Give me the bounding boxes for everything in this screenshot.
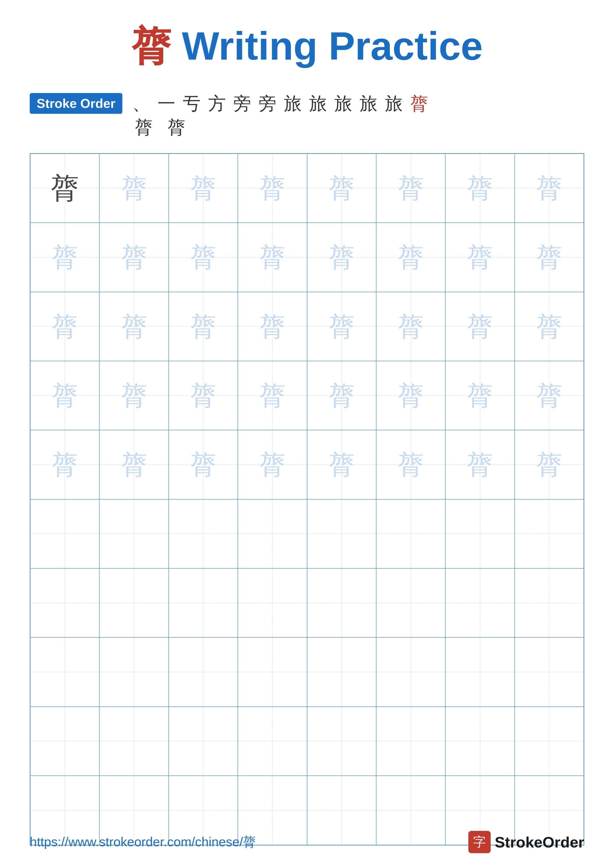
practice-char-ghost: 膂 xyxy=(259,451,285,477)
footer-logo: 字 StrokeOrder xyxy=(468,831,584,853)
grid-cell-r3c6[interactable]: 膂 xyxy=(376,292,445,361)
grid-cell-r7c6[interactable] xyxy=(376,568,445,637)
grid-cell-r7c8[interactable] xyxy=(515,568,584,637)
practice-char-ghost: 膂 xyxy=(329,383,355,409)
grid-cell-r3c5[interactable]: 膂 xyxy=(307,292,376,361)
grid-cell-r3c8[interactable]: 膂 xyxy=(515,292,584,361)
grid-cell-r8c7[interactable] xyxy=(445,637,515,707)
grid-cell-r9c1[interactable] xyxy=(30,707,99,776)
grid-cell-r5c6[interactable]: 膂 xyxy=(376,430,445,499)
grid-cell-r9c6[interactable] xyxy=(376,707,445,776)
grid-cell-r3c3[interactable]: 膂 xyxy=(169,292,238,361)
grid-cell-r2c1[interactable]: 膂 xyxy=(30,223,99,292)
grid-cell-r8c3[interactable] xyxy=(169,637,238,707)
stroke-3: 亐 xyxy=(183,93,201,114)
grid-cell-r9c7[interactable] xyxy=(445,707,515,776)
practice-char-ghost: 膂 xyxy=(329,175,355,201)
grid-cell-r9c2[interactable] xyxy=(99,707,168,776)
grid-cell-r8c4[interactable] xyxy=(238,637,307,707)
grid-cell-r3c4[interactable]: 膂 xyxy=(238,292,307,361)
practice-char: 膂 xyxy=(51,174,79,202)
practice-char-ghost: 膂 xyxy=(536,383,562,409)
grid-cell-r5c4[interactable]: 膂 xyxy=(238,430,307,499)
grid-cell-r3c2[interactable]: 膂 xyxy=(99,292,168,361)
practice-char-ghost: 膂 xyxy=(398,451,424,477)
grid-cell-r2c4[interactable]: 膂 xyxy=(238,223,307,292)
grid-cell-r5c3[interactable]: 膂 xyxy=(169,430,238,499)
grid-cell-r5c1[interactable]: 膂 xyxy=(30,430,99,499)
stroke-order-section: Stroke Order 、 一 亐 方 旁 旁 旅 旅 旅 旅 旅 膂 膂 膂 xyxy=(30,93,584,138)
grid-cell-r7c5[interactable] xyxy=(307,568,376,637)
grid-cell-r1c1[interactable]: 膂 xyxy=(30,153,99,223)
grid-cell-r5c2[interactable]: 膂 xyxy=(99,430,168,499)
grid-cell-r9c3[interactable] xyxy=(169,707,238,776)
grid-cell-r4c4[interactable]: 膂 xyxy=(238,361,307,430)
grid-cell-r4c6[interactable]: 膂 xyxy=(376,361,445,430)
grid-cell-r1c2[interactable]: 膂 xyxy=(99,153,168,223)
grid-cell-r4c8[interactable]: 膂 xyxy=(515,361,584,430)
grid-cell-r5c8[interactable]: 膂 xyxy=(515,430,584,499)
practice-char-ghost: 膂 xyxy=(121,313,147,339)
stroke-6: 旁 xyxy=(259,93,277,114)
grid-cell-r4c3[interactable]: 膂 xyxy=(169,361,238,430)
practice-char-ghost: 膂 xyxy=(329,244,355,270)
grid-cell-r2c6[interactable]: 膂 xyxy=(376,223,445,292)
title-section: 膂 Writing Practice xyxy=(30,20,584,73)
grid-cell-r9c5[interactable] xyxy=(307,707,376,776)
grid-cell-r2c7[interactable]: 膂 xyxy=(445,223,515,292)
grid-cell-r8c6[interactable] xyxy=(376,637,445,707)
grid-cell-r4c5[interactable]: 膂 xyxy=(307,361,376,430)
grid-cell-r1c3[interactable]: 膂 xyxy=(169,153,238,223)
grid-cell-r3c1[interactable]: 膂 xyxy=(30,292,99,361)
grid-cell-r8c8[interactable] xyxy=(515,637,584,707)
grid-cell-r1c6[interactable]: 膂 xyxy=(376,153,445,223)
grid-cell-r9c4[interactable] xyxy=(238,707,307,776)
practice-char-ghost: 膂 xyxy=(259,313,285,339)
grid-cell-r1c8[interactable]: 膂 xyxy=(515,153,584,223)
practice-char-ghost: 膂 xyxy=(467,175,493,201)
grid-cell-r2c2[interactable]: 膂 xyxy=(99,223,168,292)
grid-cell-r1c7[interactable]: 膂 xyxy=(445,153,515,223)
grid-cell-r6c8[interactable] xyxy=(515,499,584,568)
grid-cell-r6c5[interactable] xyxy=(307,499,376,568)
grid-cell-r6c7[interactable] xyxy=(445,499,515,568)
grid-cell-r7c7[interactable] xyxy=(445,568,515,637)
grid-cell-r1c5[interactable]: 膂 xyxy=(307,153,376,223)
practice-char-ghost: 膂 xyxy=(536,244,562,270)
grid-cell-r5c7[interactable]: 膂 xyxy=(445,430,515,499)
grid-cell-r7c2[interactable] xyxy=(99,568,168,637)
grid-cell-r3c7[interactable]: 膂 xyxy=(445,292,515,361)
grid-cell-r8c1[interactable] xyxy=(30,637,99,707)
grid-cell-r6c2[interactable] xyxy=(99,499,168,568)
grid-cell-r1c4[interactable]: 膂 xyxy=(238,153,307,223)
grid-cell-r6c3[interactable] xyxy=(169,499,238,568)
practice-char-ghost: 膂 xyxy=(52,313,78,339)
page-title: 膂 Writing Practice xyxy=(131,24,483,68)
stroke-9: 旅 xyxy=(334,93,352,114)
grid-cell-r8c5[interactable] xyxy=(307,637,376,707)
stroke-12: 膂 xyxy=(410,93,428,114)
grid-cell-r4c1[interactable]: 膂 xyxy=(30,361,99,430)
grid-cell-r4c2[interactable]: 膂 xyxy=(99,361,168,430)
practice-char-ghost: 膂 xyxy=(52,244,78,270)
grid-cell-r7c1[interactable] xyxy=(30,568,99,637)
grid-cell-r7c4[interactable] xyxy=(238,568,307,637)
grid-cell-r7c3[interactable] xyxy=(169,568,238,637)
practice-char-ghost: 膂 xyxy=(398,175,424,201)
grid-cell-r9c8[interactable] xyxy=(515,707,584,776)
grid-cell-r6c6[interactable] xyxy=(376,499,445,568)
grid-cell-r4c7[interactable]: 膂 xyxy=(445,361,515,430)
grid-cell-r2c8[interactable]: 膂 xyxy=(515,223,584,292)
grid-cell-r8c2[interactable] xyxy=(99,637,168,707)
grid-cell-r2c3[interactable]: 膂 xyxy=(169,223,238,292)
title-char: 膂 xyxy=(131,24,171,68)
stroke-5: 旁 xyxy=(233,93,251,114)
practice-char-ghost: 膂 xyxy=(190,175,216,201)
grid-cell-r6c4[interactable] xyxy=(238,499,307,568)
practice-char-ghost: 膂 xyxy=(52,451,78,477)
stroke-11: 旅 xyxy=(385,93,403,114)
grid-cell-r5c5[interactable]: 膂 xyxy=(307,430,376,499)
practice-char-ghost: 膂 xyxy=(121,451,147,477)
grid-cell-r6c1[interactable] xyxy=(30,499,99,568)
grid-cell-r2c5[interactable]: 膂 xyxy=(307,223,376,292)
